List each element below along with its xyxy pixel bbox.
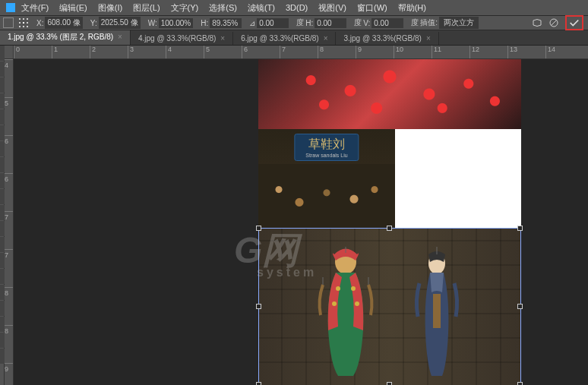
menu-layer[interactable]: 图层(L): [133, 2, 160, 14]
shop-sign: 草鞋刘 Straw sandals Liu: [294, 134, 359, 161]
document-tab-bar: 1.jpg @ 33.3% (图层 2, RGB/8)× 4.jpg @ 33.…: [0, 30, 588, 46]
tab-label: 1.jpg @ 33.3% (图层 2, RGB/8): [8, 33, 113, 41]
close-tab-icon[interactable]: ×: [426, 34, 431, 43]
app-icon: [6, 3, 15, 12]
interp-select[interactable]: 两次立方: [439, 17, 479, 29]
svg-rect-6: [19, 26, 21, 27]
menu-3d[interactable]: 3D(D): [286, 3, 308, 12]
x-label: X:: [36, 19, 43, 27]
svg-point-13: [351, 286, 356, 291]
y-label: Y:: [90, 19, 97, 27]
reference-point-icon[interactable]: [18, 17, 29, 28]
svg-rect-20: [433, 294, 441, 328]
svg-rect-7: [23, 26, 24, 27]
y-input[interactable]: 2025.50 像: [99, 17, 141, 29]
tab-label: 3.jpg @ 33.3%(RGB/8): [343, 34, 421, 43]
vskew-unit: 度: [411, 17, 419, 28]
image-blank-white: [395, 129, 521, 228]
shop-sign-cn: 草鞋刘: [308, 137, 345, 150]
svg-rect-2: [27, 18, 28, 20]
x-input[interactable]: 608.00 像: [45, 17, 82, 29]
close-tab-icon[interactable]: ×: [118, 33, 122, 41]
angle-label: ⊿: [249, 19, 255, 27]
puppet-right: [410, 247, 463, 380]
hskew-label: H:: [305, 19, 313, 27]
image-shop: 草鞋刘 Straw sandals Liu: [258, 129, 395, 228]
menu-image[interactable]: 图像(I): [98, 2, 122, 14]
commit-transform-highlight: [565, 15, 583, 30]
image-lanterns: [258, 59, 521, 129]
warp-mode-icon[interactable]: [532, 17, 542, 28]
options-bar: X: 608.00 像 Y: 2025.50 像 W: 100.00% H: 8…: [0, 15, 588, 30]
hskew-input[interactable]: 0.00: [315, 18, 346, 28]
menu-select[interactable]: 选择(S): [209, 2, 237, 14]
svg-point-15: [355, 301, 359, 306]
hskew-unit: 度: [354, 17, 362, 28]
menu-help[interactable]: 帮助(H): [398, 2, 426, 14]
svg-rect-1: [23, 18, 24, 20]
menu-edit[interactable]: 编辑(E): [59, 2, 87, 14]
menu-filter[interactable]: 滤镜(T): [248, 2, 275, 14]
svg-rect-8: [27, 26, 28, 27]
artboard: 草鞋刘 Straw sandals Liu: [258, 59, 521, 385]
canvas[interactable]: 草鞋刘 Straw sandals Liu: [14, 59, 588, 385]
h-input[interactable]: 89.35%: [210, 18, 242, 28]
close-tab-icon[interactable]: ×: [324, 34, 328, 43]
workspace: 01234567891011121314 456677889 草鞋刘 Straw…: [0, 46, 588, 385]
h-label: H:: [201, 19, 208, 27]
svg-rect-4: [23, 22, 24, 24]
tab-label: 4.jpg @ 33.3%(RGB/8): [138, 34, 216, 43]
vskew-input[interactable]: 0.00: [371, 18, 403, 28]
puppet-left: [311, 247, 380, 380]
svg-point-12: [336, 286, 340, 291]
document-tab[interactable]: 3.jpg @ 33.3%(RGB/8)×: [336, 32, 438, 45]
svg-rect-3: [19, 22, 21, 24]
menu-window[interactable]: 窗口(W): [357, 2, 387, 14]
tools-panel[interactable]: [0, 46, 5, 385]
menu-type[interactable]: 文字(Y): [171, 2, 199, 14]
vskew-label: V:: [363, 19, 370, 27]
angle-unit: 度: [296, 17, 304, 28]
ruler-horizontal[interactable]: 01234567891011121314: [14, 46, 588, 59]
angle-input[interactable]: 0.00: [257, 18, 289, 28]
commit-transform-icon[interactable]: [569, 17, 580, 28]
w-input[interactable]: 100.00%: [159, 18, 193, 28]
tab-label: 6.jpg @ 33.3%(RGB/8): [241, 34, 318, 43]
svg-point-14: [332, 301, 337, 306]
document-tab[interactable]: 6.jpg @ 33.3%(RGB/8)×: [233, 32, 336, 45]
svg-rect-5: [27, 22, 28, 24]
menu-bar: 文件(F) 编辑(E) 图像(I) 图层(L) 文字(Y) 选择(S) 滤镜(T…: [0, 0, 588, 15]
document-tab[interactable]: 4.jpg @ 33.3%(RGB/8)×: [131, 32, 233, 45]
cancel-transform-icon[interactable]: [548, 17, 559, 28]
menu-view[interactable]: 视图(V): [318, 2, 346, 14]
document-tab[interactable]: 1.jpg @ 33.3% (图层 2, RGB/8)×: [0, 30, 131, 45]
close-tab-icon[interactable]: ×: [220, 34, 225, 43]
svg-line-10: [551, 20, 557, 26]
w-label: W:: [148, 19, 157, 27]
interp-label: 插值:: [420, 17, 438, 28]
svg-rect-0: [19, 18, 21, 20]
shop-sign-en: Straw sandals Liu: [305, 153, 347, 158]
image-puppets: [258, 228, 521, 385]
menu-file[interactable]: 文件(F): [21, 2, 49, 14]
active-tool-icon[interactable]: [3, 17, 14, 28]
